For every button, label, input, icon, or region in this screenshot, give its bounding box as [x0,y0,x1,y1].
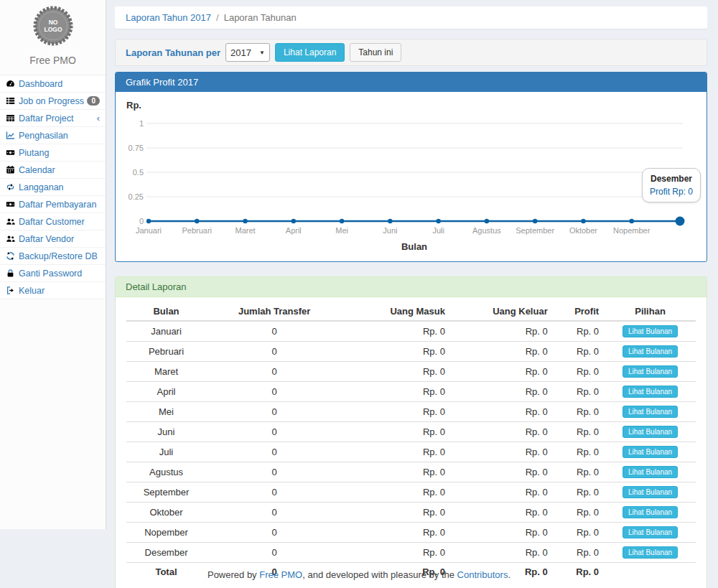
cell-jumlah-transfer: 0 [206,503,342,523]
sidebar-item-keluar[interactable]: Keluar [0,282,106,299]
sidebar-item-langganan[interactable]: Langganan [0,179,106,196]
sidebar-item-label: Langganan [19,182,64,192]
sidebar-item-label: Calendar [19,165,55,175]
sidebar-item-label: Daftar Project [19,113,73,123]
svg-text:April: April [286,226,302,235]
cell-bulan: September [126,482,206,503]
cell-uang-masuk: Rp. 0 [342,482,451,503]
current-year-button[interactable]: Tahun ini [350,43,401,62]
sidebar-item-label: Penghasilan [19,131,68,141]
svg-text:LOGO: LOGO [44,26,62,33]
view-monthly-button[interactable]: Lihat Bulanan [623,446,678,458]
sidebar-item-job-on-progress[interactable]: Job on Progress 0 [0,93,106,110]
view-monthly-button[interactable]: Lihat Bulanan [623,426,678,438]
sidebar-item-daftar-project[interactable]: Daftar Project ‹ [0,110,106,127]
view-monthly-button[interactable]: Lihat Bulanan [623,386,678,398]
free-pmo-link[interactable]: Free PMO [259,569,302,580]
sidebar-item-label: Keluar [19,286,45,296]
retweet-icon [6,182,15,192]
svg-text:Pebruari: Pebruari [182,226,212,235]
dashboard-icon [6,79,15,88]
breadcrumb-separator: / [216,12,219,23]
lock-icon [6,269,15,278]
cell-uang-keluar: Rp. 0 [451,402,554,422]
view-monthly-button[interactable]: Lihat Bulanan [623,466,678,478]
sidebar: NO LOGO Free PMO Dashboard Job on Progre… [0,0,106,529]
cell-bulan: Oktober [126,503,206,523]
sidebar-item-ganti-password[interactable]: Ganti Password [0,265,106,282]
footer-text-end: . [508,569,510,580]
refresh-icon [6,251,15,261]
cell-uang-masuk: Rp. 0 [342,462,451,482]
cell-profit: Rp. 0 [554,382,605,402]
contributors-link[interactable]: Contributors [457,569,508,580]
table-row: Januari 0 Rp. 0 Rp. 0 Rp. 0 Lihat Bulana… [126,321,696,342]
profit-line-chart[interactable]: 10.750.50.250JanuariPebruariMaretAprilMe… [126,111,696,255]
svg-text:0.5: 0.5 [133,168,144,177]
cell-bulan: Juli [126,442,206,462]
cell-jumlah-transfer: 0 [206,342,342,362]
table-row: Juli 0 Rp. 0 Rp. 0 Rp. 0 Lihat Bulanan [126,442,696,462]
sidebar-item-penghasilan[interactable]: Penghasilan [0,127,106,144]
svg-text:Mei: Mei [335,226,348,235]
cell-uang-keluar: Rp. 0 [451,503,554,523]
cell-uang-masuk: Rp. 0 [342,442,451,462]
caret-down-icon: ▼ [259,50,265,56]
cell-profit: Rp. 0 [554,543,605,563]
cell-uang-masuk: Rp. 0 [342,321,451,342]
sidebar-item-backup-restore-db[interactable]: Backup/Restore DB [0,248,106,265]
cell-uang-masuk: Rp. 0 [342,503,451,523]
cell-profit: Rp. 0 [554,462,605,482]
svg-text:Juli: Juli [432,226,444,235]
table-row: September 0 Rp. 0 Rp. 0 Rp. 0 Lihat Bula… [126,482,696,503]
sidebar-item-daftar-customer[interactable]: Daftar Customer [0,213,106,230]
view-monthly-button[interactable]: Lihat Bulanan [623,345,678,358]
table-row: Juni 0 Rp. 0 Rp. 0 Rp. 0 Lihat Bulanan [126,422,696,442]
cell-bulan: Mei [126,402,206,422]
sidebar-item-label: Daftar Customer [19,217,85,227]
svg-text:Nopember: Nopember [613,226,651,235]
svg-text:0.75: 0.75 [129,144,144,152]
monthly-report-table: Bulan Jumlah Transfer Uang Masuk Uang Ke… [126,302,696,581]
sidebar-item-daftar-pembayaran[interactable]: Daftar Pembayaran [0,196,106,213]
year-select[interactable]: 2017 ▼ [225,43,270,62]
calendar-icon [6,165,15,174]
cell-profit: Rp. 0 [554,442,605,462]
table-row: Oktober 0 Rp. 0 Rp. 0 Rp. 0 Lihat Bulana… [126,503,696,523]
cell-bulan: Juni [126,422,206,442]
filter-label: Laporan Tahunan per [126,47,220,58]
cell-uang-masuk: Rp. 0 [342,342,451,362]
view-monthly-button[interactable]: Lihat Bulanan [623,486,678,498]
no-logo-image: NO LOGO [32,5,74,47]
cell-profit: Rp. 0 [554,523,605,543]
svg-text:Januari: Januari [136,226,162,235]
th-list-icon [6,96,15,106]
chart-tooltip: Desember Profit Rp: 0 [642,168,701,202]
cell-uang-keluar: Rp. 0 [451,362,554,382]
cell-bulan: Agustus [126,462,206,482]
breadcrumb-link[interactable]: Laporan Tahun 2017 [126,12,211,23]
sidebar-item-dashboard[interactable]: Dashboard [0,75,106,93]
cell-bulan: Maret [126,362,206,382]
table-row: Pebruari 0 Rp. 0 Rp. 0 Rp. 0 Lihat Bulan… [126,342,696,362]
col-profit: Profit [554,302,605,321]
view-monthly-button[interactable]: Lihat Bulanan [623,365,678,378]
view-monthly-button[interactable]: Lihat Bulanan [623,506,678,518]
cell-uang-keluar: Rp. 0 [451,382,554,402]
view-report-button[interactable]: Lihat Laporan [275,43,345,62]
cell-uang-keluar: Rp. 0 [451,543,554,563]
cell-bulan: Nopember [126,523,206,543]
view-monthly-button[interactable]: Lihat Bulanan [623,526,678,538]
sidebar-item-calendar[interactable]: Calendar [0,162,106,179]
svg-text:Agustus: Agustus [472,226,501,235]
year-select-value: 2017 [230,47,259,58]
view-monthly-button[interactable]: Lihat Bulanan [623,325,678,337]
sidebar-item-label: Backup/Restore DB [19,251,98,261]
svg-text:Oktober: Oktober [569,226,597,235]
cell-uang-keluar: Rp. 0 [451,442,554,462]
sidebar-item-piutang[interactable]: Piutang [0,144,106,162]
view-monthly-button[interactable]: Lihat Bulanan [623,546,678,559]
sidebar-item-daftar-vendor[interactable]: Daftar Vendor [0,230,106,248]
cell-jumlah-transfer: 0 [206,482,342,503]
view-monthly-button[interactable]: Lihat Bulanan [623,406,678,418]
